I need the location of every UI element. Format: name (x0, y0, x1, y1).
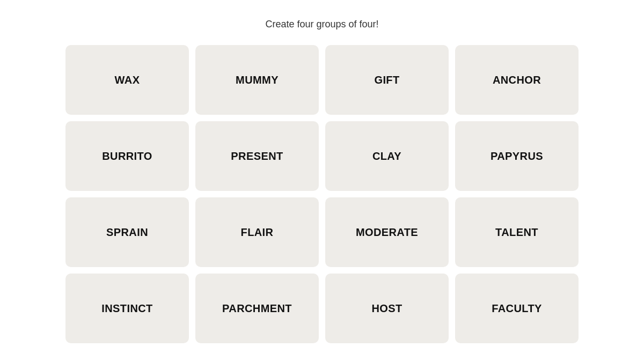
tile-label-burrito: BURRITO (102, 150, 152, 162)
tile-clay[interactable]: CLAY (325, 121, 449, 191)
tile-grid: WAXMUMMYGIFTANCHORBURRITOPRESENTCLAYPAPY… (65, 45, 579, 343)
tile-host[interactable]: HOST (325, 274, 449, 343)
tile-parchment[interactable]: PARCHMENT (195, 274, 319, 343)
tile-label-present: PRESENT (231, 150, 283, 162)
tile-wax[interactable]: WAX (65, 45, 189, 115)
tile-label-mummy: MUMMY (236, 74, 279, 86)
tile-gift[interactable]: GIFT (325, 45, 449, 115)
tile-label-flair: FLAIR (241, 226, 274, 239)
game-subtitle: Create four groups of four! (265, 19, 378, 30)
tile-label-clay: CLAY (372, 150, 401, 162)
tile-faculty[interactable]: FACULTY (455, 274, 579, 343)
tile-flair[interactable]: FLAIR (195, 197, 319, 267)
tile-mummy[interactable]: MUMMY (195, 45, 319, 115)
tile-label-moderate: MODERATE (356, 226, 418, 239)
tile-anchor[interactable]: ANCHOR (455, 45, 579, 115)
tile-papyrus[interactable]: PAPYRUS (455, 121, 579, 191)
tile-label-anchor: ANCHOR (493, 74, 541, 86)
tile-moderate[interactable]: MODERATE (325, 197, 449, 267)
tile-talent[interactable]: TALENT (455, 197, 579, 267)
tile-label-wax: WAX (115, 74, 140, 86)
tile-label-parchment: PARCHMENT (222, 302, 292, 315)
tile-label-sprain: SPRAIN (106, 226, 148, 239)
tile-label-faculty: FACULTY (492, 302, 542, 315)
tile-label-papyrus: PAPYRUS (491, 150, 543, 162)
tile-label-talent: TALENT (495, 226, 538, 239)
tile-label-instinct: INSTINCT (101, 302, 152, 315)
tile-label-host: HOST (371, 302, 402, 315)
tile-instinct[interactable]: INSTINCT (65, 274, 189, 343)
tile-label-gift: GIFT (374, 74, 399, 86)
tile-burrito[interactable]: BURRITO (65, 121, 189, 191)
tile-present[interactable]: PRESENT (195, 121, 319, 191)
tile-sprain[interactable]: SPRAIN (65, 197, 189, 267)
